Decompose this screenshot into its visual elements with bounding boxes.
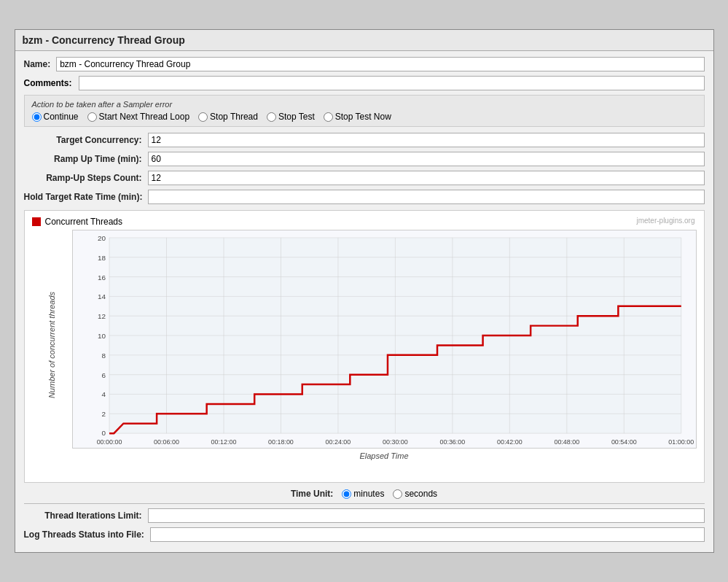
svg-text:00:54:00: 00:54:00: [611, 438, 636, 446]
hold-rate-input[interactable]: [148, 190, 704, 204]
time-unit-minutes-label: minutes: [353, 489, 384, 499]
y-tick-2: 2: [101, 410, 106, 418]
hold-rate-row: Hold Target Rate Time (min):: [24, 190, 705, 204]
form-body: Name: Comments: Action to be taken after…: [15, 51, 713, 552]
name-input[interactable]: [56, 57, 704, 71]
comments-input[interactable]: [79, 76, 705, 90]
y-tick-20: 20: [98, 234, 106, 242]
y-tick-18: 18: [98, 254, 106, 262]
chart-legend: Concurrent Threads: [32, 217, 697, 227]
time-unit-label: Time Unit:: [291, 489, 333, 499]
radio-stop-thread[interactable]: Stop Thread: [198, 112, 258, 122]
svg-text:00:18:00: 00:18:00: [268, 438, 294, 446]
chart-watermark: jmeter-plugins.org: [636, 217, 694, 225]
ramp-steps-label: Ramp-Up Steps Count:: [24, 173, 148, 183]
y-tick-12: 12: [98, 312, 106, 320]
svg-text:01:00:00: 01:00:00: [668, 438, 694, 446]
comments-label: Comments:: [24, 78, 79, 88]
time-unit-seconds[interactable]: seconds: [393, 489, 437, 499]
action-section: Action to be taken after a Sampler error…: [24, 95, 705, 127]
y-tick-6: 6: [101, 371, 106, 379]
y-tick-0: 0: [101, 429, 106, 437]
time-unit-row: Time Unit: minutes seconds: [24, 489, 705, 499]
svg-text:00:36:00: 00:36:00: [439, 438, 465, 446]
panel-title: bzm - Concurrency Thread Group: [15, 30, 713, 51]
radio-group: Continue Start Next Thread Loop Stop Thr…: [32, 112, 697, 122]
log-threads-input[interactable]: [150, 527, 705, 542]
name-row: Name:: [24, 57, 705, 71]
svg-text:00:06:00: 00:06:00: [154, 438, 179, 446]
radio-stop-thread-label: Stop Thread: [210, 112, 258, 122]
name-label: Name:: [24, 59, 57, 69]
chart-svg: 20 18 16 14 12 10 8 6 4 2 0 00:00:00 00:…: [72, 230, 697, 449]
y-axis-label: Number of concurrent threads: [47, 292, 56, 398]
x-axis-label: Elapsed Time: [72, 451, 697, 460]
legend-color-box: [32, 217, 41, 226]
ramp-up-input[interactable]: [148, 152, 705, 166]
ramp-steps-input[interactable]: [148, 171, 705, 185]
comments-row: Comments:: [24, 76, 705, 90]
ramp-up-label: Ramp Up Time (min):: [24, 154, 148, 164]
time-unit-minutes[interactable]: minutes: [342, 489, 384, 499]
chart-container: Concurrent Threads jmeter-plugins.org Nu…: [24, 210, 705, 483]
chart-inner: Number of concurrent threads: [32, 230, 697, 475]
y-axis-container: Number of concurrent threads: [32, 230, 72, 460]
y-tick-10: 10: [98, 332, 106, 340]
thread-iter-input[interactable]: [148, 508, 705, 523]
y-tick-16: 16: [98, 273, 106, 282]
radio-next-loop[interactable]: Start Next Thread Loop: [87, 112, 190, 122]
thread-iter-row: Thread Iterations Limit:: [24, 508, 705, 523]
svg-text:00:42:00: 00:42:00: [496, 438, 522, 446]
radio-continue-label: Continue: [44, 112, 79, 122]
ramp-steps-row: Ramp-Up Steps Count:: [24, 171, 705, 185]
log-threads-row: Log Threads Status into File:: [24, 527, 705, 542]
hold-rate-label: Hold Target Rate Time (min):: [24, 192, 149, 202]
radio-stop-test-now[interactable]: Stop Test Now: [324, 112, 391, 122]
divider: [24, 503, 705, 504]
y-tick-8: 8: [101, 352, 106, 360]
svg-text:00:48:00: 00:48:00: [554, 438, 579, 446]
main-panel: bzm - Concurrency Thread Group Name: Com…: [15, 29, 714, 553]
y-tick-4: 4: [101, 390, 106, 398]
time-unit-seconds-label: seconds: [404, 489, 437, 499]
svg-text:00:12:00: 00:12:00: [211, 438, 236, 446]
radio-stop-test[interactable]: Stop Test: [267, 112, 315, 122]
log-threads-label: Log Threads Status into File:: [24, 529, 150, 540]
legend-label: Concurrent Threads: [45, 217, 123, 227]
radio-stop-test-now-label: Stop Test Now: [335, 112, 391, 122]
radio-continue[interactable]: Continue: [32, 112, 79, 122]
ramp-up-row: Ramp Up Time (min):: [24, 152, 705, 166]
svg-text:00:24:00: 00:24:00: [325, 438, 351, 446]
target-concurrency-label: Target Concurrency:: [24, 135, 148, 145]
target-concurrency-row: Target Concurrency:: [24, 133, 705, 147]
svg-text:00:00:00: 00:00:00: [96, 438, 122, 446]
y-tick-14: 14: [98, 292, 106, 300]
target-concurrency-input[interactable]: [148, 133, 705, 147]
svg-text:00:30:00: 00:30:00: [383, 438, 408, 446]
thread-iter-label: Thread Iterations Limit:: [24, 511, 148, 521]
radio-stop-test-label: Stop Test: [278, 112, 315, 122]
action-title: Action to be taken after a Sampler error: [32, 100, 697, 109]
radio-next-loop-label: Start Next Thread Loop: [99, 112, 190, 122]
